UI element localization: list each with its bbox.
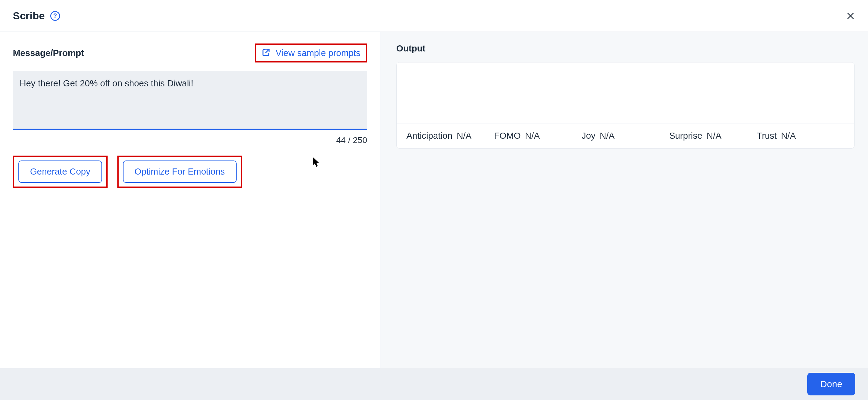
char-counter: 44 / 250: [13, 135, 367, 145]
generate-copy-button[interactable]: Generate Copy: [19, 161, 102, 183]
right-pane: Output Anticipation N/A FOMO N/A Joy N/A…: [380, 32, 868, 368]
main-split: Message/Prompt View sample prompts 44 / …: [0, 32, 868, 368]
emotion-name: Trust: [757, 131, 777, 141]
emotion-value: N/A: [707, 131, 721, 141]
close-icon[interactable]: [846, 11, 855, 21]
title-wrap: Scribe ?: [13, 10, 60, 22]
modal-header: Scribe ?: [0, 0, 868, 32]
view-sample-prompts-label: View sample prompts: [276, 48, 361, 58]
emotion-bar: Anticipation N/A FOMO N/A Joy N/A Surpri…: [397, 123, 854, 148]
done-button[interactable]: Done: [807, 373, 855, 395]
emotion-value: N/A: [600, 131, 615, 141]
footer-bar: Done: [0, 368, 868, 400]
emotion-surprise: Surprise N/A: [669, 131, 757, 141]
emotion-name: Anticipation: [406, 131, 453, 141]
optimize-emotions-button[interactable]: Optimize For Emotions: [123, 161, 237, 183]
emotion-trust: Trust N/A: [757, 131, 844, 141]
emotion-anticipation: Anticipation N/A: [406, 131, 494, 141]
output-box: Anticipation N/A FOMO N/A Joy N/A Surpri…: [396, 62, 855, 148]
emotion-value: N/A: [781, 131, 796, 141]
left-pane: Message/Prompt View sample prompts 44 / …: [0, 32, 380, 368]
view-sample-prompts-link[interactable]: View sample prompts: [255, 43, 367, 63]
external-link-icon: [261, 48, 271, 58]
emotion-fomo: FOMO N/A: [494, 131, 582, 141]
emotion-joy: Joy N/A: [582, 131, 670, 141]
prompt-input[interactable]: [13, 71, 367, 130]
output-section-label: Output: [396, 43, 855, 54]
emotion-name: FOMO: [494, 131, 521, 141]
output-body: [397, 63, 854, 123]
left-header: Message/Prompt View sample prompts: [13, 43, 367, 63]
page-title: Scribe: [13, 10, 45, 22]
emotion-value: N/A: [457, 131, 471, 141]
help-icon[interactable]: ?: [50, 11, 60, 21]
emotion-name: Joy: [582, 131, 595, 141]
prompt-section-label: Message/Prompt: [13, 48, 84, 58]
emotion-value: N/A: [525, 131, 540, 141]
highlight-frame-optimize: Optimize For Emotions: [117, 156, 242, 188]
emotion-name: Surprise: [669, 131, 702, 141]
action-row: Generate Copy Optimize For Emotions: [13, 156, 367, 188]
highlight-frame-generate: Generate Copy: [13, 156, 107, 188]
